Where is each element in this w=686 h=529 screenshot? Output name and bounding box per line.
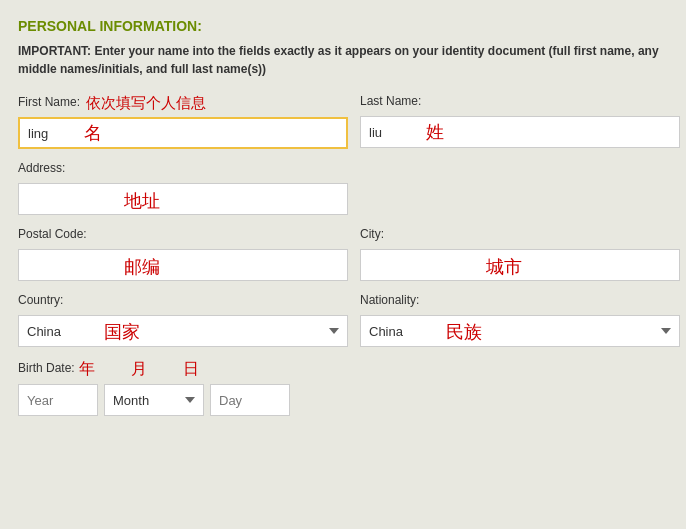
address-group: Address: 地址 xyxy=(18,161,348,215)
first-name-group: First Name: 依次填写个人信息 名 xyxy=(18,94,348,149)
birth-day-input[interactable] xyxy=(210,384,290,416)
address-annotation: 地址 xyxy=(124,189,160,213)
last-name-label: Last Name: xyxy=(360,94,421,108)
page-container: PERSONAL INFORMATION: IMPORTANT: Enter y… xyxy=(18,18,668,416)
city-group: City: 城市 xyxy=(360,227,680,281)
last-name-group: Last Name: 姓 xyxy=(360,94,680,149)
birth-date-section: Birth Date: 年 月 日 Month January February… xyxy=(18,359,668,416)
important-note: IMPORTANT: Enter your name into the fiel… xyxy=(18,42,668,78)
city-label-row: City: xyxy=(360,227,680,245)
name-row: First Name: 依次填写个人信息 名 Last Name: 姓 xyxy=(18,94,668,149)
postal-code-annotation: 邮编 xyxy=(124,255,160,279)
first-name-label-row: First Name: 依次填写个人信息 xyxy=(18,94,348,113)
address-label: Address: xyxy=(18,161,65,175)
birth-date-inputs: Month January February March April May J… xyxy=(18,384,668,416)
month-annotation: 月 xyxy=(131,359,147,380)
postal-code-input[interactable] xyxy=(18,249,348,281)
nationality-group: Nationality: China 民族 xyxy=(360,293,680,347)
first-name-annotation: 依次填写个人信息 xyxy=(86,94,206,113)
page-title: PERSONAL INFORMATION: xyxy=(18,18,668,34)
year-annotation: 年 xyxy=(79,359,95,380)
last-name-label-row: Last Name: xyxy=(360,94,680,112)
address-label-row: Address: xyxy=(18,161,348,179)
city-annotation: 城市 xyxy=(486,255,522,279)
address-row: Address: 地址 xyxy=(18,161,668,215)
birth-date-label: Birth Date: xyxy=(18,361,75,375)
city-label: City: xyxy=(360,227,384,241)
address-input[interactable] xyxy=(18,183,348,215)
birth-date-label-row: Birth Date: 年 月 日 xyxy=(18,359,668,380)
country-label: Country: xyxy=(18,293,63,307)
country-group: Country: China 国家 xyxy=(18,293,348,347)
nationality-select[interactable]: China xyxy=(360,315,680,347)
postal-city-row: Postal Code: 邮编 City: 城市 xyxy=(18,227,668,281)
country-label-row: Country: xyxy=(18,293,348,311)
first-name-label: First Name: xyxy=(18,95,80,109)
postal-code-group: Postal Code: 邮编 xyxy=(18,227,348,281)
country-select[interactable]: China xyxy=(18,315,348,347)
nationality-label: Nationality: xyxy=(360,293,419,307)
last-name-input[interactable] xyxy=(360,116,680,148)
day-annotation: 日 xyxy=(183,359,199,380)
postal-label-row: Postal Code: xyxy=(18,227,348,245)
first-name-sub-annotation: 名 xyxy=(84,121,102,145)
birth-month-select[interactable]: Month January February March April May J… xyxy=(104,384,204,416)
birth-year-input[interactable] xyxy=(18,384,98,416)
postal-code-label: Postal Code: xyxy=(18,227,87,241)
nationality-label-row: Nationality: xyxy=(360,293,680,311)
last-name-annotation: 姓 xyxy=(426,120,444,144)
first-name-input[interactable] xyxy=(18,117,348,149)
country-nationality-row: Country: China 国家 Nationality: China 民族 xyxy=(18,293,668,347)
